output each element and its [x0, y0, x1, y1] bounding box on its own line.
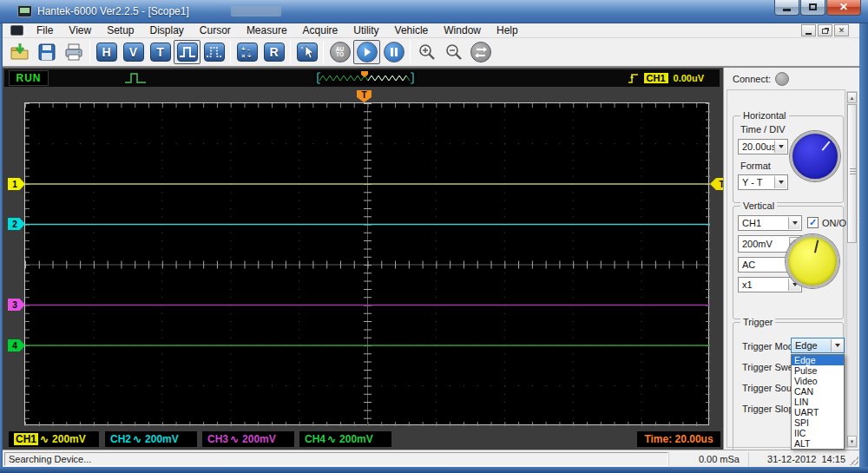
print-button[interactable] — [60, 40, 87, 64]
time-div-select[interactable]: 20.00us — [738, 139, 788, 154]
dropdown-option[interactable]: ALT — [792, 438, 844, 449]
scrollbar-thumb[interactable] — [847, 104, 857, 243]
trigger-group-title: Trigger — [740, 317, 775, 327]
mdi-close-button[interactable]: ✕ — [834, 24, 849, 36]
panel-scrollbar[interactable]: ▲ ▼ — [846, 91, 858, 448]
minimize-button[interactable] — [774, 0, 799, 16]
window-border-bottom — [0, 467, 868, 473]
menu-file[interactable]: File — [29, 23, 61, 37]
mdi-minimize-button[interactable] — [801, 24, 816, 36]
dropdown-option[interactable]: IIC — [792, 428, 844, 438]
menu-view[interactable]: View — [61, 23, 99, 37]
horizontal-knob[interactable] — [790, 131, 840, 181]
chevron-down-icon — [831, 339, 843, 351]
pulse-measure-button[interactable] — [201, 40, 227, 64]
dropdown-option[interactable]: Pulse — [792, 365, 844, 376]
status-date: 31-12-2012 — [767, 454, 816, 464]
autoset-button[interactable]: AUTO — [326, 40, 353, 64]
single-pulse-button[interactable] — [174, 40, 201, 64]
trigger-type-pulse-icon — [124, 71, 147, 85]
trigger-position-marker[interactable]: T — [357, 90, 372, 102]
zoom-out-button[interactable] — [440, 40, 467, 64]
trigger-level-value: 0.00uV — [674, 73, 704, 83]
menu-vehicle[interactable]: Vehicle — [387, 23, 437, 37]
swap-button[interactable] — [467, 40, 494, 64]
trigger-group: Trigger Trigger Mode Trigger Sweep Trigg… — [733, 322, 844, 452]
run-status: RUN — [9, 70, 49, 86]
menu-help[interactable]: Help — [489, 23, 526, 37]
mdi-close-icon: ✕ — [838, 26, 845, 35]
ch2-coupling-icon: ∿ — [133, 433, 141, 445]
dropdown-option[interactable]: UART — [792, 407, 844, 417]
menu-cursor[interactable]: Cursor — [192, 23, 239, 37]
channel-labels-bar: CH1 ∿ 200mV CH2 ∿ 200mV CH3 ∿ 200mV CH4 … — [3, 431, 723, 448]
menubar: File View Setup Display Cursor Measure A… — [3, 23, 859, 38]
dropdown-option[interactable]: Edge — [792, 355, 844, 365]
scroll-down-icon[interactable]: ▼ — [847, 436, 857, 447]
graticule-and-traces — [25, 103, 710, 426]
horizontal-cursor-button[interactable]: H — [93, 40, 120, 64]
save-button[interactable] — [33, 40, 60, 64]
start-button[interactable] — [353, 40, 380, 64]
reference-icon: R — [264, 43, 285, 62]
math-button[interactable]: + -× ÷ — [233, 40, 260, 64]
vertical-cursor-button[interactable]: V — [120, 40, 147, 64]
sample-rate: 0.00 mSa — [668, 452, 748, 466]
menu-display[interactable]: Display — [142, 23, 192, 37]
dropdown-option[interactable]: LIN — [792, 397, 844, 407]
ch1-position-marker[interactable]: 1 — [8, 178, 25, 190]
toolbar-separator — [323, 41, 324, 63]
zoom-out-icon — [444, 43, 464, 62]
dropdown-option[interactable]: CAN — [792, 386, 844, 397]
ch4-label[interactable]: CH4 ∿ 200mV — [299, 431, 391, 447]
cursor-measure-button[interactable] — [293, 40, 320, 64]
menu-acquire[interactable]: Acquire — [295, 23, 346, 37]
status-message: Searching Device... — [4, 452, 668, 466]
format-label: Format — [740, 161, 771, 171]
ch4-position-marker[interactable]: 4 — [8, 339, 25, 351]
close-button[interactable]: ✕ — [826, 0, 861, 16]
zoom-in-button[interactable] — [413, 40, 440, 64]
open-button[interactable] — [6, 40, 33, 64]
menu-setup[interactable]: Setup — [99, 23, 141, 37]
time-div-label: Time / DIV — [740, 124, 786, 135]
single-pulse-icon — [177, 43, 198, 62]
trigger-mode-select[interactable]: Edge — [791, 338, 845, 353]
titlebar: Hantek-6000 Ver2.2.5 - [Scope1] ✕ — [0, 0, 868, 23]
horizontal-group-title: Horizontal — [740, 110, 789, 121]
resize-grip[interactable] — [850, 457, 858, 465]
ch1-label[interactable]: CH1 ∿ 200mV — [9, 431, 99, 447]
format-select[interactable]: Y - T — [738, 174, 788, 190]
channel-select[interactable]: CH1 — [738, 215, 802, 231]
toolbar-separator — [89, 41, 90, 63]
cursor-measure-icon — [297, 43, 318, 62]
trigger-mode-dropdown: Edge Pulse Video CAN LIN UART SPI IIC AL… — [791, 354, 845, 450]
pause-button[interactable] — [380, 40, 407, 64]
maximize-button[interactable] — [800, 0, 825, 16]
waveform-plot[interactable] — [24, 102, 709, 425]
ch3-position-marker[interactable]: 3 — [8, 299, 25, 311]
reference-button[interactable]: R — [260, 40, 287, 64]
mdi-restore-button[interactable] — [818, 24, 832, 36]
save-icon — [37, 43, 56, 62]
ch2-position-marker[interactable]: 2 — [8, 218, 25, 230]
dropdown-option[interactable]: Video — [792, 376, 844, 386]
menu-utility[interactable]: Utility — [345, 23, 386, 37]
trigger-cursor-button[interactable]: T — [147, 40, 174, 64]
mdi-restore-icon — [822, 29, 828, 34]
waveform-preview[interactable] — [314, 71, 417, 85]
ch2-label[interactable]: CH2 ∿ 200mV — [105, 431, 197, 447]
pulse-measure-icon — [204, 43, 225, 62]
ch1-coupling-icon: ∿ — [40, 433, 49, 445]
scroll-up-icon[interactable]: ▲ — [847, 92, 857, 103]
vertical-group: Vertical CH1 ✓ ON/OFF 200mV ▲▼ AC — [733, 206, 844, 319]
h-icon: H — [96, 43, 117, 62]
ch3-volts: 200mV — [242, 433, 276, 445]
toolbar-separator — [410, 41, 411, 63]
dropdown-option[interactable]: SPI — [792, 417, 844, 428]
menu-window[interactable]: Window — [436, 23, 489, 37]
menu-measure[interactable]: Measure — [239, 23, 295, 37]
connect-indicator — [775, 72, 789, 86]
vertical-knob[interactable] — [786, 234, 839, 288]
ch3-label[interactable]: CH3 ∿ 200mV — [202, 431, 294, 447]
